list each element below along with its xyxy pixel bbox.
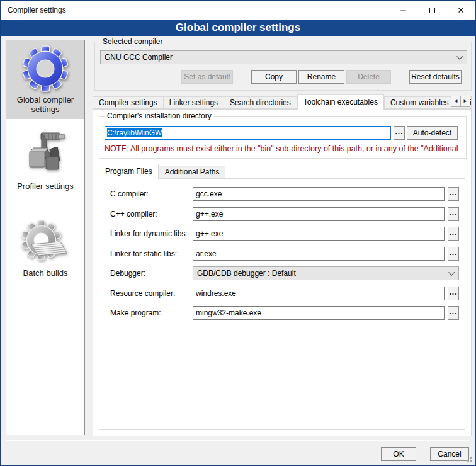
tab-search-directories[interactable]: Search directories — [224, 96, 297, 109]
sidebar-item-profiler-settings[interactable]: Profiler settings — [6, 123, 84, 196]
group-label: Compiler's installation directory — [105, 111, 214, 120]
window-title: Compiler settings — [8, 6, 66, 14]
gray-gear-stack-icon — [21, 219, 69, 265]
tab-linker-settings[interactable]: Linker settings — [164, 96, 224, 109]
sidebar-item-label: Profiler settings — [9, 181, 82, 191]
footer-divider — [6, 440, 470, 441]
sidebar-item-global-compiler-settings[interactable]: Global compiler settings — [6, 40, 84, 119]
c-compiler-input[interactable] — [193, 187, 445, 201]
caliper-icon — [22, 128, 69, 178]
linker-static-browse-button[interactable]: ... — [448, 247, 459, 261]
installation-directory-input[interactable]: C:\raylib\MinGW — [105, 126, 391, 140]
debugger-select[interactable]: GDB/CDB debugger : Default — [193, 266, 459, 280]
tab-toolchain-executables[interactable]: Toolchain executables — [297, 94, 384, 110]
tab-compiler-settings[interactable]: Compiler settings — [93, 96, 164, 109]
dialog-header: Global compiler settings — [1, 20, 475, 36]
copy-button[interactable]: Copy — [251, 70, 297, 84]
compiler-select[interactable]: GNU GCC Compiler — [100, 50, 467, 64]
installation-directory-group: Compiler's installation directory C:\ray… — [99, 116, 467, 159]
compiler-tabs: Compiler settings Linker settings Search… — [93, 94, 472, 109]
compiler-settings-window: Compiler settings ✕ Global compiler sett… — [0, 0, 476, 466]
resize-grip[interactable] — [470, 460, 472, 462]
tab-scroll-left-button[interactable]: ◄ — [451, 96, 461, 107]
tab-scroll-right-button[interactable]: ► — [460, 96, 470, 107]
group-label: Selected compiler — [100, 37, 165, 46]
minimize-button[interactable] — [388, 1, 417, 20]
linker-static-input[interactable] — [193, 247, 445, 261]
cancel-button[interactable]: Cancel — [430, 447, 469, 461]
maximize-icon — [429, 8, 435, 13]
settings-category-list: Global compiler settings Profiler settin… — [6, 40, 85, 435]
make-program-input[interactable] — [193, 306, 445, 320]
debugger-label: Debugger: — [110, 266, 145, 280]
close-icon: ✕ — [458, 6, 465, 15]
make-program-label: Make program: — [110, 306, 161, 320]
close-button[interactable]: ✕ — [446, 1, 475, 20]
chevron-down-icon — [456, 54, 463, 60]
tab-custom-variables[interactable]: Custom variables — [384, 96, 455, 109]
auto-detect-button[interactable]: Auto-detect — [407, 126, 458, 140]
sidebar-item-label: Batch builds — [9, 268, 82, 278]
selected-text: C:\raylib\MinGW — [107, 128, 162, 137]
cpp-compiler-input[interactable] — [193, 207, 445, 221]
browse-directory-button[interactable]: ... — [394, 126, 405, 140]
chevron-down-icon — [448, 270, 455, 276]
make-program-browse-button[interactable]: ... — [448, 306, 459, 320]
tab-additional-paths[interactable]: Additional Paths — [159, 166, 226, 178]
rename-button[interactable]: Rename — [298, 70, 344, 84]
set-as-default-button[interactable]: Set as default — [181, 70, 233, 84]
toolchain-executables-panel: Compiler's installation directory C:\ray… — [93, 109, 472, 436]
c-compiler-browse-button[interactable]: ... — [448, 187, 459, 201]
ok-button[interactable]: OK — [381, 447, 416, 461]
delete-button[interactable]: Delete — [346, 70, 391, 84]
resource-compiler-label: Resource compiler: — [110, 287, 175, 300]
reset-defaults-button[interactable]: Reset defaults — [409, 70, 462, 84]
c-compiler-label: C compiler: — [110, 187, 149, 201]
resource-compiler-input[interactable] — [193, 287, 445, 300]
linker-dynamic-browse-button[interactable]: ... — [448, 227, 459, 241]
cpp-compiler-browse-button[interactable]: ... — [448, 207, 459, 221]
tab-program-files[interactable]: Program Files — [99, 164, 159, 179]
dialog-body: Global compiler settings Profiler settin… — [1, 36, 475, 465]
linker-dynamic-input[interactable] — [193, 227, 445, 241]
titlebar: Compiler settings ✕ — [1, 1, 475, 20]
cpp-compiler-label: C++ compiler: — [110, 207, 157, 221]
sidebar-item-batch-builds[interactable]: Batch builds — [6, 213, 84, 283]
blue-gear-icon — [22, 45, 69, 92]
sidebar-item-label: Global compiler settings — [9, 95, 82, 114]
linker-dynamic-label: Linker for dynamic libs: — [110, 227, 188, 241]
linker-static-label: Linker for static libs: — [110, 247, 177, 261]
debugger-select-value: GDB/CDB debugger : Default — [197, 269, 296, 278]
resource-compiler-browse-button[interactable]: ... — [448, 287, 459, 300]
program-files-panel: C compiler: ... C++ compiler: ... Linker… — [99, 178, 465, 430]
maximize-button[interactable] — [417, 1, 446, 20]
compiler-select-value: GNU GCC Compiler — [105, 53, 173, 62]
bin-directory-note: NOTE: All programs must exist either in … — [105, 144, 466, 153]
program-files-tabs: Program Files Additional Paths — [99, 163, 351, 178]
minimize-icon — [400, 10, 406, 11]
selected-compiler-group: Selected compiler GNU GCC Compiler Set a… — [94, 42, 472, 91]
